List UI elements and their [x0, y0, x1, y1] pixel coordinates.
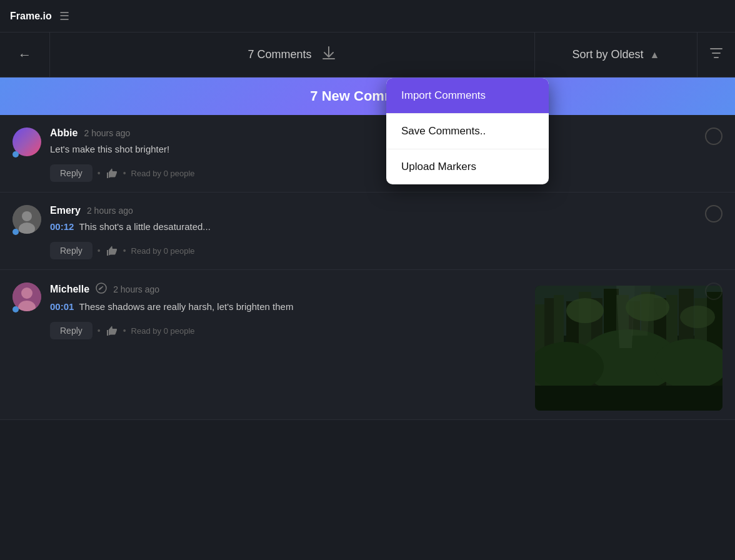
hamburger-icon[interactable]: ☰: [59, 9, 69, 23]
sort-button[interactable]: Sort by Oldest ▲: [535, 32, 698, 77]
comment-author: Abbie: [50, 128, 78, 139]
comment-checkbox[interactable]: [705, 205, 722, 222]
avatar-wrapper: [12, 128, 41, 156]
sort-label: Sort by Oldest: [572, 48, 644, 61]
dot-separator: •: [98, 168, 101, 178]
dropdown-menu: Import Comments Save Comments.. Upload M…: [386, 78, 549, 184]
read-by-label: Read by 0 people: [131, 246, 195, 256]
timestamp-link[interactable]: 00:12: [50, 221, 74, 232]
svg-point-4: [21, 288, 32, 299]
comment-checkbox[interactable]: [705, 128, 722, 145]
comment-time: 2 hours ago: [84, 128, 130, 138]
unread-dot: [12, 151, 19, 158]
comment-checkbox[interactable]: [705, 282, 722, 300]
avatar-wrapper: [12, 205, 41, 234]
top-bar: Frame.io ☰: [0, 0, 735, 32]
dropdown-item-import[interactable]: Import Comments: [386, 78, 549, 114]
like-button[interactable]: [106, 168, 118, 179]
reply-button[interactable]: Reply: [50, 242, 92, 259]
avatar-wrapper: [12, 282, 41, 311]
svg-point-32: [680, 306, 715, 328]
timestamp-link[interactable]: 00:01: [50, 301, 74, 312]
comment-body: Emery 2 hours ago 00:12This shot's a lit…: [50, 205, 722, 259]
svg-rect-29: [535, 386, 722, 411]
comment-item: Abbie 2 hours ago Let's make this shot b…: [0, 115, 735, 192]
dot-separator: •: [98, 246, 101, 256]
app-title: Frame.io: [10, 11, 52, 22]
dot-separator: •: [123, 326, 126, 336]
filter-button[interactable]: [698, 32, 735, 77]
svg-point-31: [626, 294, 669, 321]
reply-button[interactable]: Reply: [50, 164, 92, 182]
reply-button[interactable]: Reply: [50, 322, 92, 339]
unread-dot: [12, 306, 19, 312]
dropdown-item-upload[interactable]: Upload Markers: [386, 149, 549, 184]
dot-separator: •: [123, 168, 126, 178]
back-button[interactable]: ←: [0, 32, 50, 77]
header-bar: ← 7 Comments Sort by Oldest ▲: [0, 32, 735, 78]
comment-time: 2 hours ago: [87, 206, 133, 216]
back-arrow-icon: ←: [18, 47, 32, 63]
comment-thumbnail: [535, 286, 722, 411]
new-comments-banner[interactable]: 7 New Comments: [0, 78, 735, 115]
read-by-label: Read by 0 people: [131, 326, 195, 336]
unread-dot: [12, 229, 19, 235]
comment-item: Emery 2 hours ago 00:12This shot's a lit…: [0, 192, 735, 270]
comments-count-section: 7 Comments: [50, 32, 535, 77]
download-button[interactable]: [321, 45, 337, 65]
comment-item: Michelle 2 hours ago 00:01These shadows …: [0, 270, 735, 420]
comments-count-label: 7 Comments: [248, 48, 311, 61]
svg-point-1: [22, 211, 32, 221]
comment-actions: Reply • • Read by 0 people: [50, 242, 722, 259]
like-button[interactable]: [106, 325, 118, 336]
comment-author: Emery: [50, 205, 81, 216]
svg-point-30: [566, 298, 604, 323]
filter-icon: [709, 46, 724, 64]
comment-header: Emery 2 hours ago: [50, 205, 722, 216]
edit-icon: [96, 282, 107, 296]
dot-separator: •: [123, 246, 126, 256]
comment-text: 00:12This shot's a little desaturated...: [50, 220, 722, 233]
dropdown-item-save[interactable]: Save Comments..: [386, 114, 549, 149]
like-button[interactable]: [106, 245, 118, 256]
comment-author: Michelle: [50, 284, 89, 295]
comment-time: 2 hours ago: [113, 284, 159, 294]
dot-separator: •: [98, 326, 101, 336]
read-by-label: Read by 0 people: [131, 169, 195, 178]
sort-chevron-icon: ▲: [650, 49, 660, 61]
